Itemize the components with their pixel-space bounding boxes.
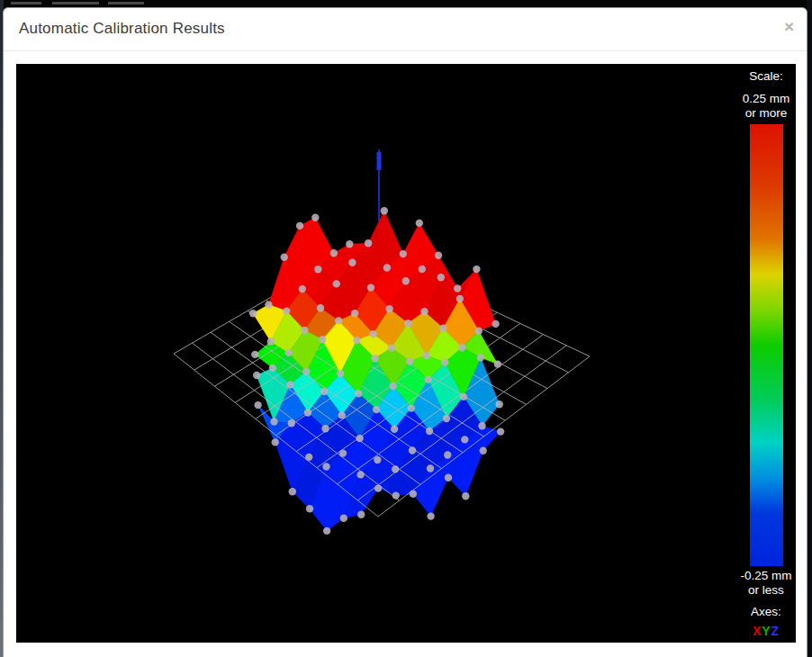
dialog-title: Automatic Calibration Results — [19, 20, 225, 38]
calibration-3d-viewport[interactable]: Scale: 0.25 mm or more -0.25 mm or less … — [16, 64, 796, 643]
scale-min-value: -0.25 mm — [738, 569, 794, 583]
backdrop-artifact — [108, 2, 144, 4]
surface-plot — [16, 64, 796, 643]
x-axis-label: X — [753, 624, 762, 638]
calibration-results-dialog: Automatic Calibration Results × Scale: 0… — [3, 7, 807, 657]
backdrop-artifact — [52, 2, 99, 4]
backdrop-artifact — [11, 2, 41, 4]
color-scale-gradient-bar — [750, 124, 783, 566]
z-axis-label: Z — [771, 624, 780, 638]
dialog-header: Automatic Calibration Results × — [4, 8, 807, 51]
scale-max-suffix: or more — [738, 106, 794, 121]
y-axis-label: Y — [762, 624, 771, 638]
scale-min-suffix: or less — [738, 583, 794, 598]
scale-title: Scale: — [738, 69, 794, 84]
axes-title: Axes: — [738, 605, 794, 619]
axes-legend: XYZ — [738, 624, 794, 638]
scale-max-value: 0.25 mm — [738, 92, 794, 106]
close-button[interactable]: × — [782, 16, 796, 37]
scale-legend: Scale: 0.25 mm or more -0.25 mm or less … — [738, 64, 794, 643]
